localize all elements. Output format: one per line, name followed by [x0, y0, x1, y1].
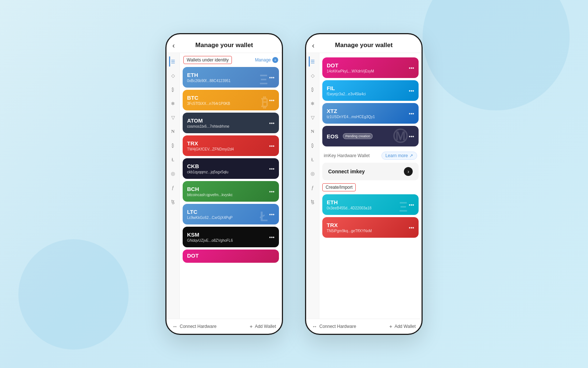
- coin-bch: BCH: [187, 186, 269, 192]
- wallet-card-xtz[interactable]: XTZ tz1USDnYE4...msHCEg3Qy1 •••: [322, 103, 419, 124]
- atom-icon-r[interactable]: ❄: [309, 99, 317, 107]
- wallet-menu-ksm[interactable]: •••: [269, 234, 275, 240]
- connect-hardware-btn-left[interactable]: ↔ Connect Hardware: [172, 323, 216, 329]
- address-trx2: TN5iPgm9kq...geTffXYNxM: [327, 229, 409, 233]
- wallet-card-ksm[interactable]: KSM GNdqvUZjvE...o8ZVghoFL6 •••: [183, 227, 279, 247]
- wallet-menu-btc[interactable]: •••: [269, 97, 275, 103]
- wallet-menu-xtz[interactable]: •••: [409, 110, 414, 117]
- menu-icon-right[interactable]: ☰: [309, 57, 317, 66]
- connect-imkey-button[interactable]: Connect imkey ›: [322, 163, 419, 180]
- wallet-menu-dot[interactable]: •••: [409, 64, 414, 71]
- atom-icon[interactable]: ❄: [169, 99, 177, 107]
- wallet-menu-bch[interactable]: •••: [269, 188, 275, 195]
- wallet-card-eos[interactable]: EOS Pending creation ••• Ⓜ: [322, 126, 419, 146]
- wallet-info-eth: ETH 0xBc26b90f...88C4123951: [187, 72, 269, 83]
- connect-hardware-btn-right[interactable]: ↔ Connect Hardware: [312, 323, 356, 329]
- wallet-card-eth2[interactable]: ETH 0x3eeB455d...4D22003a18 ••• Ξ: [322, 194, 419, 215]
- eth-icon-r[interactable]: ◇: [309, 71, 317, 79]
- ksm-icon-r[interactable]: ◎: [309, 169, 317, 177]
- create-import-label: Create/Import: [322, 183, 356, 191]
- wallet-card-atom[interactable]: ATOM cosmos1tx6...7nhtedrhme •••: [183, 113, 279, 133]
- wallet-menu-atom[interactable]: •••: [269, 120, 275, 126]
- wallet-info-ckb: CKB ckb1qyqqmz...jq5sgx5qlu: [187, 163, 269, 174]
- wallet-card-fil[interactable]: FIL f1wyejz3a2...e3v45la4ci •••: [322, 80, 419, 101]
- address-trx: TW4jGKfCEV...ZFNDmyi2d4: [187, 147, 269, 151]
- wallet-info-ltc: LTC Lc9wKkGc62...CxrGjX4PqP: [187, 209, 269, 220]
- ksm-icon[interactable]: ◎: [169, 169, 177, 177]
- wallet-menu-eth2[interactable]: •••: [409, 201, 414, 208]
- wallet-card-btc[interactable]: BTC 3Fc5Tf3iXX...n764r1P0KB ••• ₿: [183, 90, 279, 110]
- btc2-icon[interactable]: ₿: [169, 141, 177, 149]
- fil-icon[interactable]: ƒ: [169, 183, 177, 191]
- phone-right-body: ☰ ◇ ₿ ❄ ▽ N ₿ Ł ◎ ƒ ꜩ DOT 14oKKwPkyL: [306, 53, 422, 319]
- wallet-menu-trx[interactable]: •••: [269, 142, 275, 149]
- btc2-icon-r[interactable]: ₿: [309, 141, 317, 149]
- coin-fil: FIL: [327, 85, 409, 91]
- create-import-section: Create/Import: [322, 183, 419, 191]
- wallet-menu-ckb[interactable]: •••: [269, 165, 275, 172]
- connect-arrow-icon: ›: [404, 167, 413, 176]
- wallet-card-ckb[interactable]: CKB ckb1qyqqmz...jq5sgx5qlu •••: [183, 158, 279, 179]
- address-ksm: GNdqvUZjvE...o8ZVghoFL6: [187, 238, 269, 243]
- eos-logo: Ⓜ: [393, 126, 408, 146]
- sidebar-item-menu[interactable]: ☰: [169, 57, 177, 66]
- wallet-card-trx2[interactable]: TRX TN5iPgm9kq...geTffXYNxM •••: [322, 217, 419, 238]
- wallet-card-ltc[interactable]: LTC Lc9wKkGc62...CxrGjX4PqP ••• Ł: [183, 204, 279, 224]
- address-eth2: 0x3eeB455d...4D22003a18: [327, 206, 409, 210]
- manage-button[interactable]: Manage +: [255, 57, 278, 63]
- wallet-menu-ltc[interactable]: •••: [269, 211, 275, 217]
- phone-right-title: Manage your wallet: [335, 42, 393, 49]
- wallet-info-eth2: ETH 0x3eeB455d...4D22003a18: [327, 199, 409, 210]
- wallet-info-fil: FIL f1wyejz3a2...e3v45la4ci: [327, 85, 409, 96]
- fil-icon-r[interactable]: ƒ: [309, 183, 317, 191]
- wallet-menu-eos[interactable]: •••: [409, 133, 414, 139]
- connect-hardware-label-right: Connect Hardware: [319, 324, 356, 329]
- address-bch: bitcoincash:qpvefm...kvyskc: [187, 193, 269, 197]
- trx-icon[interactable]: ▽: [169, 113, 177, 121]
- wallet-menu-eth[interactable]: •••: [269, 74, 275, 81]
- tezos-icon[interactable]: ꜩ: [169, 197, 177, 205]
- coin-ckb: CKB: [187, 163, 269, 169]
- add-wallet-btn-left[interactable]: + Add Wallet: [250, 323, 276, 329]
- btc-icon[interactable]: ₿: [169, 85, 177, 93]
- address-dot: 14oKKwPkyL...WXdnVjEsyM: [327, 69, 409, 73]
- phone-right: ‹ Manage your wallet ☰ ◇ ₿ ❄ ▽ N ₿ Ł ◎ ƒ…: [305, 33, 423, 335]
- wallet-info-xtz: XTZ tz1USDnYE4...msHCEg3Qy1: [327, 108, 409, 119]
- menu-icon[interactable]: ☰: [169, 57, 177, 66]
- back-button-left[interactable]: ‹: [172, 41, 175, 50]
- wallet-menu-trx2[interactable]: •••: [409, 224, 414, 231]
- imkey-section: imKey Hardware Wallet Learn more ↗: [322, 149, 419, 163]
- coin-trx: TRX: [187, 140, 269, 146]
- wallet-info-trx: TRX TW4jGKfCEV...ZFNDmyi2d4: [187, 140, 269, 151]
- add-wallet-icon-left: +: [250, 323, 252, 329]
- address-atom: cosmos1tx6...7nhtedrhme: [187, 124, 269, 128]
- wallet-card-eth[interactable]: ETH 0xBc26b90f...88C4123951 ••• Ξ: [183, 67, 279, 88]
- main-content-left: Wallets under identity Manage + ETH 0xBc…: [180, 53, 282, 319]
- wallet-card-trx[interactable]: TRX TW4jGKfCEV...ZFNDmyi2d4 •••: [183, 135, 279, 156]
- btc-icon-r[interactable]: ₿: [309, 85, 317, 93]
- connect-imkey-label: Connect imkey: [328, 169, 365, 174]
- back-button-right[interactable]: ‹: [312, 41, 315, 50]
- wallet-card-bch[interactable]: BCH bitcoincash:qpvefm...kvyskc •••: [183, 181, 279, 202]
- trx-icon-r[interactable]: ▽: [309, 113, 317, 121]
- sidebar-left: ☰ ◇ ₿ ❄ ▽ N ₿ Ł ◎ ƒ ꜩ: [166, 53, 180, 319]
- wallet-menu-fil[interactable]: •••: [409, 87, 414, 94]
- ckb-icon-r[interactable]: N: [309, 127, 317, 135]
- ltc-icon[interactable]: Ł: [169, 155, 177, 163]
- ckb-icon[interactable]: N: [169, 127, 177, 135]
- learn-more-button[interactable]: Learn more ↗: [381, 152, 417, 160]
- phone-right-footer: ↔ Connect Hardware + Add Wallet: [306, 319, 422, 334]
- wallet-info-bch: BCH bitcoincash:qpvefm...kvyskc: [187, 186, 269, 197]
- tezos-icon-r[interactable]: ꜩ: [309, 197, 317, 205]
- address-btc: 3Fc5Tf3iXX...n764r1P0KB: [187, 102, 269, 106]
- coin-ltc: LTC: [187, 209, 269, 215]
- wallet-card-dot[interactable]: DOT 14oKKwPkyL...WXdnVjEsyM •••: [322, 57, 419, 78]
- wallet-card-dot-partial[interactable]: DOT: [183, 250, 279, 263]
- sidebar-item-menu-right[interactable]: ☰: [309, 57, 317, 66]
- add-wallet-btn-right[interactable]: + Add Wallet: [389, 323, 416, 329]
- coin-atom: ATOM: [187, 117, 269, 124]
- coin-ksm: KSM: [187, 231, 269, 238]
- ltc-icon-r[interactable]: Ł: [309, 155, 317, 163]
- coin-dot: DOT: [327, 62, 409, 68]
- eth-icon[interactable]: ◇: [169, 71, 177, 79]
